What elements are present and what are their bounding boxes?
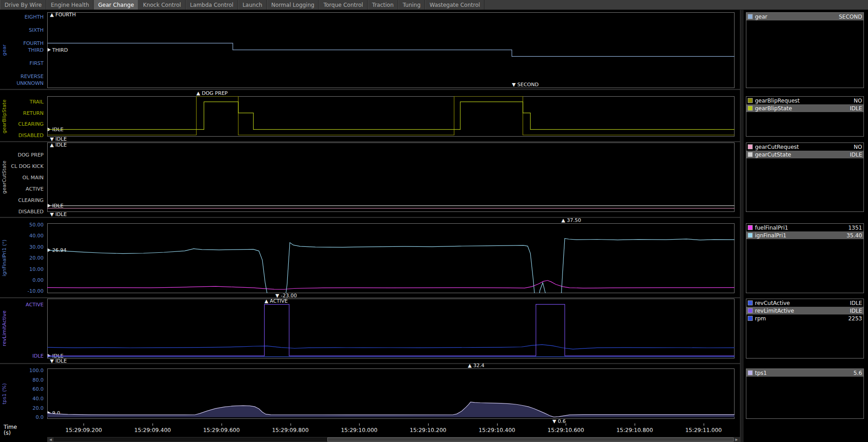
legend-row-fuelfinalpri1[interactable]: fuelFinalPri11351 — [746, 224, 863, 231]
cursor-value-gear: THIRD — [52, 47, 68, 53]
time-tick-label: 15:29:10.000 — [341, 427, 378, 433]
legend-row-tps1[interactable]: tps15.6 — [746, 369, 863, 377]
channel-swatch-gearblipstate — [748, 106, 753, 111]
channel-name: gear — [755, 14, 837, 20]
scroll-right-button[interactable]: ▶ — [734, 437, 740, 442]
channel-swatch-revcutactive — [748, 300, 753, 305]
time-tick-label: 15:29:09.400 — [134, 427, 171, 433]
channel-name: gearBlipRequest — [755, 98, 852, 104]
y-label-ignfinalpri1: -10.00 — [0, 288, 44, 294]
y-label-gearblipstate: TRAIL — [0, 99, 44, 105]
y-label-gear: EIGHTH — [0, 14, 44, 20]
y-label-gear: FIRST — [0, 60, 44, 66]
time-axis-title: Time (s) — [4, 424, 17, 436]
y-label-gearblipstate: CLEARING — [0, 121, 44, 127]
legend-row-revlimitactive[interactable]: revLimitActiveIDLE — [746, 307, 863, 314]
legend-row-ignfinalpri1[interactable]: ignFinalPri135.40 — [746, 231, 863, 239]
y-label-gearcutstate: DISABLED — [0, 209, 44, 215]
y-label-ignfinalpri1: 30.00 — [0, 244, 44, 250]
y-label-gear: FOURTH — [0, 40, 44, 46]
y-label-ignfinalpri1: 20.00 — [0, 255, 44, 261]
channel-swatch-gearbliprequest — [748, 98, 753, 103]
y-label-ignfinalpri1: 10.00 — [0, 266, 44, 272]
time-tick-label: 15:29:09.800 — [272, 427, 309, 433]
time-tick-label: 15:29:11.000 — [685, 427, 722, 433]
y-label-gear: REVERSE — [0, 74, 44, 79]
plot-tps1[interactable]: ▲ 32.4▼ 0.69.0 — [47, 362, 735, 425]
channel-value: IDLE — [850, 105, 862, 112]
channel-value: 2253 — [848, 315, 862, 322]
legend-row-gear[interactable]: gearSECOND — [746, 13, 863, 20]
y-label-ignfinalpri1: 40.00 — [0, 233, 44, 239]
channel-value: 5.6 — [853, 370, 862, 376]
marker-gearblipstate-dog-prep: ▲ DOG PREP — [197, 90, 228, 96]
y-label-gearcutstate: ACTIVE — [0, 186, 44, 192]
channel-value: NO — [854, 144, 862, 150]
channel-name: gearCutRequest — [755, 144, 852, 150]
legend-row-revcutactive[interactable]: revCutActiveIDLE — [746, 299, 863, 307]
axis-title-revlimitactive: revLimitActive — [1, 299, 7, 359]
time-tick-label: 15:29:10.400 — [478, 427, 515, 433]
axis-title-tps1: tps1 (%) — [1, 368, 7, 419]
y-label-gearblipstate: RETURN — [0, 110, 44, 116]
plot-revlimitactive[interactable]: ▲ ACTIVE▼ IDLEIDLE — [47, 292, 735, 365]
app-window: Drive By WireEngine HealthGear ChangeKno… — [0, 0, 868, 442]
plot-gear[interactable]: ▲ FOURTH▼ SECONDTHIRD — [47, 6, 735, 94]
y-label-tps1: 80.0 — [0, 377, 44, 383]
scrollbar-thumb[interactable] — [327, 437, 734, 442]
y-label-gearcutstate: CLEARING — [0, 197, 44, 203]
horizontal-scrollbar[interactable]: ◀ ▶ — [47, 437, 740, 442]
tab-drive-by-wire[interactable]: Drive By Wire — [0, 0, 46, 10]
channel-value: IDLE — [850, 152, 862, 158]
y-label-ignfinalpri1: 0.00 — [0, 277, 44, 283]
y-label-tps1: 60.0 — [0, 386, 44, 392]
y-label-gearcutstate: OL MAIN — [0, 175, 44, 181]
time-tick-label: 15:29:09.200 — [65, 427, 102, 433]
legend-gearcutstate: gearCutRequestNOgearCutStateIDLE — [746, 142, 864, 212]
legend-row-rpm[interactable]: rpm2253 — [746, 314, 863, 322]
legend-gear: gearSECOND — [746, 12, 864, 88]
channel-value: 35.40 — [847, 232, 862, 239]
channel-value: SECOND — [839, 14, 862, 20]
y-label-tps1: 20.0 — [0, 405, 44, 411]
channel-swatch-gear — [748, 14, 753, 19]
legend-gearblipstate: gearBlipRequestNOgearBlipStateIDLE — [746, 96, 864, 137]
channel-swatch-gearcutstate — [748, 152, 753, 157]
channel-value: IDLE — [850, 300, 862, 306]
channel-name: gearBlipState — [755, 105, 848, 112]
channel-swatch-rpm — [748, 316, 753, 321]
channel-name: ignFinalPri1 — [755, 232, 844, 239]
y-label-gearcutstate: DOG PREP — [0, 152, 44, 158]
time-tick-label: 15:29:10.600 — [547, 427, 584, 433]
legend-row-gearbliprequest[interactable]: gearBlipRequestNO — [746, 97, 863, 104]
marker-gear-second: ▼ SECOND — [512, 82, 539, 88]
y-label-gear: UNKNOWN — [0, 80, 44, 86]
y-label-tps1: 100.0 — [0, 368, 44, 373]
time-tick-label: 15:29:10.800 — [616, 427, 653, 433]
y-label-gear: SIXTH — [0, 27, 44, 33]
legend-row-gearblipstate[interactable]: gearBlipStateIDLE — [746, 104, 863, 112]
y-label-revlimitactive: IDLE — [0, 353, 44, 359]
legend-row-gearcutrequest[interactable]: gearCutRequestNO — [746, 143, 863, 151]
time-tick-label: 15:29:09.600 — [203, 427, 240, 433]
legend-revlimitactive: revCutActiveIDLErevLimitActiveIDLErpm225… — [746, 299, 864, 359]
scroll-left-button[interactable]: ◀ — [48, 437, 54, 442]
y-label-gear: THIRD — [0, 47, 44, 53]
channel-value: NO — [854, 98, 862, 104]
channel-swatch-ignfinalpri1 — [748, 233, 753, 238]
y-label-revlimitactive: ACTIVE — [0, 302, 44, 308]
plot-ignfinalpri1[interactable]: ▲ 37.50▼ -23.0026.94 — [47, 217, 735, 300]
marker-gearcutstate-idle: ▲ IDLE — [50, 142, 67, 148]
channel-name: fuelFinalPri1 — [755, 225, 846, 231]
channel-swatch-revlimitactive — [748, 308, 753, 313]
channel-value: 1351 — [848, 225, 862, 231]
channel-name: tps1 — [755, 370, 851, 376]
marker-tps1-0-6: ▼ 0.6 — [552, 418, 566, 424]
scrollbar-track[interactable] — [54, 437, 734, 442]
y-label-tps1: 0.0 — [0, 414, 44, 420]
plot-gearblipstate[interactable]: ▲ DOG PREP▼ IDLEIDLE — [47, 90, 735, 143]
plot-gearcutstate[interactable]: ▲ IDLE▼ IDLEIDLE — [47, 136, 735, 218]
y-label-ignfinalpri1: 50.00 — [0, 222, 44, 228]
y-label-tps1: 40.0 — [0, 396, 44, 402]
legend-row-gearcutstate[interactable]: gearCutStateIDLE — [746, 151, 863, 158]
